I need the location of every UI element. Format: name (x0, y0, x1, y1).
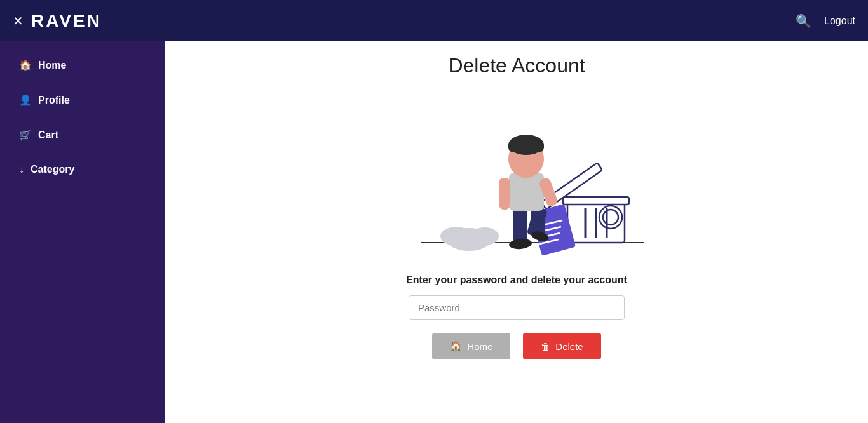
sidebar-item-profile[interactable]: 👤 Profile (0, 83, 165, 117)
svg-point-20 (508, 238, 532, 250)
category-icon: ↓ (19, 164, 24, 175)
button-row: 🏠 Home 🗑 Delete (432, 333, 600, 359)
svg-rect-23 (499, 178, 510, 210)
trash-icon: 🗑 (541, 341, 550, 352)
sidebar-label-profile: Profile (38, 95, 70, 106)
svg-rect-28 (520, 170, 531, 178)
sidebar-item-cart[interactable]: 🛒 Cart (0, 117, 165, 152)
svg-rect-27 (508, 141, 544, 152)
home-button[interactable]: 🏠 Home (432, 333, 510, 359)
logout-button[interactable]: Logout (824, 15, 855, 27)
delete-subtitle: Enter your password and delete your acco… (406, 274, 627, 286)
password-input[interactable] (409, 295, 625, 320)
svg-point-2 (440, 227, 472, 246)
home-btn-label: Home (467, 341, 492, 352)
svg-rect-8 (563, 197, 629, 205)
main-content: Delete Account (165, 41, 868, 423)
close-icon[interactable]: ✕ (13, 13, 24, 29)
home-icon: 🏠 (19, 59, 32, 71)
delete-illustration (358, 84, 675, 262)
app-title: Raven (31, 11, 102, 31)
home-btn-icon: 🏠 (450, 340, 462, 352)
delete-btn-label: Delete (555, 341, 583, 352)
sidebar-label-category: Category (31, 164, 74, 175)
search-icon[interactable]: 🔍 (796, 13, 811, 29)
svg-point-3 (471, 227, 499, 245)
svg-rect-22 (509, 173, 544, 211)
sidebar-label-cart: Cart (38, 130, 58, 141)
header-left: ✕ Raven (13, 11, 102, 31)
header: ✕ Raven 🔍 Logout (0, 0, 868, 41)
svg-rect-17 (513, 208, 527, 243)
header-right: 🔍 Logout (796, 13, 855, 29)
sidebar-item-home[interactable]: 🏠 Home (0, 48, 165, 83)
main-layout: 🏠 Home 👤 Profile 🛒 Cart ↓ Category Delet… (0, 41, 868, 423)
cart-icon: 🛒 (19, 129, 32, 141)
profile-icon: 👤 (19, 94, 32, 106)
delete-button[interactable]: 🗑 Delete (523, 333, 600, 359)
page-title: Delete Account (448, 54, 585, 77)
sidebar-label-home: Home (38, 60, 66, 71)
sidebar: 🏠 Home 👤 Profile 🛒 Cart ↓ Category (0, 41, 165, 423)
sidebar-item-category[interactable]: ↓ Category (0, 152, 165, 187)
